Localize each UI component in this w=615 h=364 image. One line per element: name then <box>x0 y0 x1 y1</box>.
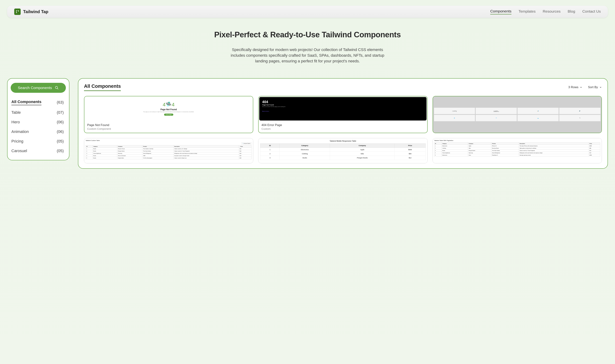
category-count: (07) <box>57 110 64 115</box>
page-title: Pixel-Perfect & Ready-to-Use Tailwind Co… <box>7 30 608 39</box>
chevron-down-icon <box>580 86 582 89</box>
component-card[interactable]: Tailwind Mobile Responsive Table IDCateg… <box>258 138 427 163</box>
category-item[interactable]: Hero(06) <box>11 117 64 127</box>
card-category: Custom <box>261 127 424 130</box>
nav-item-resources[interactable]: Resources <box>543 9 560 14</box>
hero-section: Pixel-Perfect & Ready-to-Use Tailwind Co… <box>0 30 615 64</box>
logo[interactable]: Tailwind Tap <box>14 9 48 15</box>
category-name: All Components <box>11 100 41 105</box>
nav-item-components[interactable]: Components <box>490 9 511 14</box>
category-sidebar: Search Components All Components(63)Tabl… <box>7 78 69 160</box>
panel-title: All Components <box>84 84 121 91</box>
card-title: 404 Error Page <box>261 123 424 127</box>
search-label: Search Components <box>18 86 52 90</box>
search-icon <box>55 86 59 90</box>
svg-point-0 <box>55 86 57 89</box>
nav-item-blog[interactable]: Blog <box>568 9 575 14</box>
category-item[interactable]: Animation(06) <box>11 127 64 136</box>
category-item[interactable]: Pricing(05) <box>11 136 64 146</box>
sort-dropdown[interactable]: Sort By <box>588 86 602 89</box>
component-card[interactable]: Tailwind Table With Pagination IDCategor… <box>433 138 602 163</box>
svg-line-1 <box>57 88 58 89</box>
brand-name: Tailwind Tap <box>23 9 48 14</box>
category-item[interactable]: Table(07) <box>11 108 64 117</box>
card-category: Custom Component <box>87 127 250 130</box>
category-count: (06) <box>57 130 64 134</box>
header-bar: Tailwind Tap ComponentsTemplatesResource… <box>7 6 608 18</box>
panel-header: All Components 3 Rows Sort By <box>84 84 602 91</box>
category-count: (05) <box>57 139 64 143</box>
category-item[interactable]: All Components(63) <box>11 97 64 108</box>
component-card[interactable]: Loading Loading... 📊 🔊 ◐ ⟳ ▬ ↻ Custom Lo… <box>433 96 602 133</box>
components-panel: All Components 3 Rows Sort By 4🛸4 Page N… <box>78 78 608 169</box>
category-count: (06) <box>57 120 64 124</box>
tap-icon <box>14 9 21 15</box>
category-name: Hero <box>11 120 20 124</box>
chevron-down-icon <box>599 86 602 89</box>
category-list[interactable]: All Components(63)Table(07)Hero(06)Anima… <box>11 97 66 156</box>
search-components-button[interactable]: Search Components <box>11 83 66 93</box>
category-name: Carosuel <box>11 149 27 153</box>
rows-dropdown[interactable]: 3 Rows <box>568 86 582 89</box>
category-item[interactable]: Carosuel(05) <box>11 146 64 156</box>
category-name: Pricing <box>11 139 23 143</box>
page-description: Specifically designed for modern web pro… <box>226 47 389 64</box>
component-card[interactable]: Tailwind Custom Table 🔍 Keyword Search I… <box>84 138 253 163</box>
category-name: Table <box>11 110 21 115</box>
content-area: Search Components All Components(63)Tabl… <box>0 78 615 169</box>
category-count: (05) <box>57 149 64 153</box>
component-card[interactable]: 4🛸4 Page Not Found The page you are look… <box>84 96 253 133</box>
category-count: (63) <box>57 100 64 105</box>
card-title: Page Not Found <box>87 123 250 127</box>
category-name: Animation <box>11 130 29 134</box>
nav-item-contact-us[interactable]: Contact Us <box>582 9 601 14</box>
main-nav: ComponentsTemplatesResourcesBlogContact … <box>490 9 601 14</box>
panel-controls: 3 Rows Sort By <box>568 86 602 89</box>
components-grid: 4🛸4 Page Not Found The page you are look… <box>84 96 602 163</box>
component-card[interactable]: 404 Page Not Found Sorry, we couldn't fi… <box>258 96 427 133</box>
nav-item-templates[interactable]: Templates <box>519 9 536 14</box>
